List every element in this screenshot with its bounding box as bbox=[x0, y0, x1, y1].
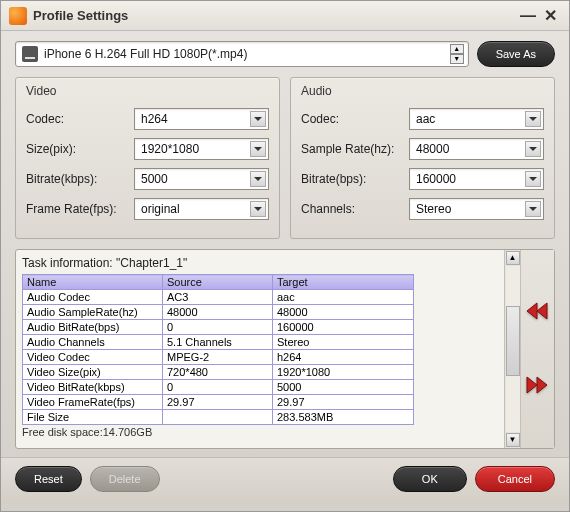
spinner-down-icon[interactable]: ▼ bbox=[450, 54, 464, 64]
video-group-title: Video bbox=[26, 84, 269, 98]
audio-group-title: Audio bbox=[301, 84, 544, 98]
audio-codec-select[interactable]: aac bbox=[409, 108, 544, 130]
audio-group: Audio Codec: aac Sample Rate(hz): 48000 … bbox=[290, 77, 555, 239]
table-row[interactable]: File Size283.583MB bbox=[23, 410, 414, 425]
audio-bitrate-select[interactable]: 160000 bbox=[409, 168, 544, 190]
profile-selected-text: iPhone 6 H.264 Full HD 1080P(*.mp4) bbox=[44, 47, 446, 61]
close-button[interactable]: ✕ bbox=[539, 6, 561, 25]
chevron-down-icon bbox=[250, 171, 266, 187]
chevron-down-icon bbox=[525, 141, 541, 157]
titlebar: Profile Settings — ✕ bbox=[1, 1, 569, 31]
video-group: Video Codec: h264 Size(pix): 1920*1080 B… bbox=[15, 77, 280, 239]
video-framerate-select[interactable]: original bbox=[134, 198, 269, 220]
table-row[interactable]: Audio CodecAC3aac bbox=[23, 290, 414, 305]
vertical-scrollbar[interactable]: ▲ ▼ bbox=[504, 250, 520, 448]
audio-channels-select[interactable]: Stereo bbox=[409, 198, 544, 220]
window-title: Profile Settings bbox=[33, 8, 128, 23]
table-row[interactable]: Video FrameRate(fps)29.9729.97 bbox=[23, 395, 414, 410]
profile-format-icon bbox=[22, 46, 38, 62]
save-as-button[interactable]: Save As bbox=[477, 41, 555, 67]
video-bitrate-label: Bitrate(kbps): bbox=[26, 172, 134, 186]
table-row[interactable]: Audio SampleRate(hz)4800048000 bbox=[23, 305, 414, 320]
app-icon bbox=[9, 7, 27, 25]
profile-spinner[interactable]: ▲ ▼ bbox=[450, 44, 464, 64]
col-name[interactable]: Name bbox=[23, 275, 163, 290]
audio-codec-label: Codec: bbox=[301, 112, 409, 126]
chevron-down-icon bbox=[525, 201, 541, 217]
task-info-title: Task information: "Chapter1_1" bbox=[22, 256, 502, 270]
prev-task-button[interactable] bbox=[525, 300, 551, 324]
profile-select[interactable]: iPhone 6 H.264 Full HD 1080P(*.mp4) ▲ ▼ bbox=[15, 41, 469, 67]
chevron-down-icon bbox=[250, 201, 266, 217]
svg-marker-2 bbox=[527, 377, 537, 393]
reset-button[interactable]: Reset bbox=[15, 466, 82, 492]
profile-settings-window: Profile Settings — ✕ iPhone 6 H.264 Full… bbox=[0, 0, 570, 512]
audio-samplerate-select[interactable]: 48000 bbox=[409, 138, 544, 160]
svg-marker-0 bbox=[527, 303, 537, 319]
table-row[interactable]: Audio BitRate(bps)0160000 bbox=[23, 320, 414, 335]
scroll-track[interactable] bbox=[506, 266, 520, 432]
chevron-down-icon bbox=[250, 111, 266, 127]
cancel-button[interactable]: Cancel bbox=[475, 466, 555, 492]
minimize-button[interactable]: — bbox=[517, 7, 539, 25]
scroll-up-icon[interactable]: ▲ bbox=[506, 251, 520, 265]
scroll-down-icon[interactable]: ▼ bbox=[506, 433, 520, 447]
chevron-down-icon bbox=[525, 171, 541, 187]
col-target[interactable]: Target bbox=[273, 275, 414, 290]
task-table: Name Source Target Audio CodecAC3aacAudi… bbox=[22, 274, 414, 425]
double-left-icon bbox=[525, 300, 551, 322]
ok-button[interactable]: OK bbox=[393, 466, 467, 492]
table-row[interactable]: Audio Channels5.1 ChannelsStereo bbox=[23, 335, 414, 350]
table-row[interactable]: Video Size(pix)720*4801920*1080 bbox=[23, 365, 414, 380]
spinner-up-icon[interactable]: ▲ bbox=[450, 44, 464, 54]
audio-samplerate-label: Sample Rate(hz): bbox=[301, 142, 409, 156]
chevron-down-icon bbox=[250, 141, 266, 157]
scroll-thumb[interactable] bbox=[506, 306, 520, 376]
audio-bitrate-label: Bitrate(bps): bbox=[301, 172, 409, 186]
footer: Reset Delete OK Cancel bbox=[1, 457, 569, 504]
table-row[interactable]: Video BitRate(kbps)05000 bbox=[23, 380, 414, 395]
video-size-select[interactable]: 1920*1080 bbox=[134, 138, 269, 160]
col-source[interactable]: Source bbox=[163, 275, 273, 290]
chevron-down-icon bbox=[525, 111, 541, 127]
table-row[interactable]: Video CodecMPEG-2h264 bbox=[23, 350, 414, 365]
audio-channels-label: Channels: bbox=[301, 202, 409, 216]
next-task-button[interactable] bbox=[525, 374, 551, 398]
free-disk-text: Free disk space:14.706GB bbox=[22, 426, 502, 438]
svg-marker-3 bbox=[537, 377, 547, 393]
svg-marker-1 bbox=[537, 303, 547, 319]
video-codec-label: Codec: bbox=[26, 112, 134, 126]
task-info-panel: Task information: "Chapter1_1" Name Sour… bbox=[15, 249, 555, 449]
double-right-icon bbox=[525, 374, 551, 396]
video-codec-select[interactable]: h264 bbox=[134, 108, 269, 130]
video-framerate-label: Frame Rate(fps): bbox=[26, 202, 134, 216]
delete-button[interactable]: Delete bbox=[90, 466, 160, 492]
video-bitrate-select[interactable]: 5000 bbox=[134, 168, 269, 190]
video-size-label: Size(pix): bbox=[26, 142, 134, 156]
